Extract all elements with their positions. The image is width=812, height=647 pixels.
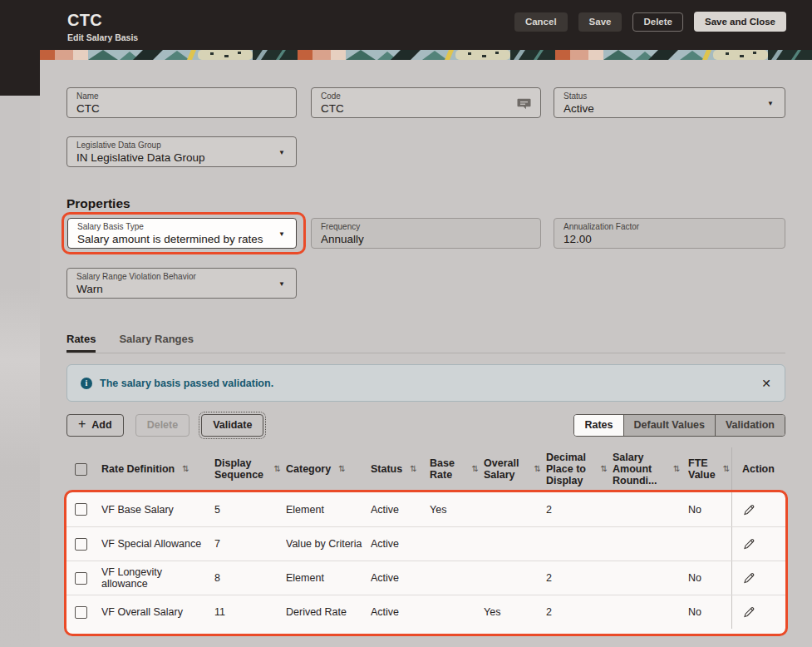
cell-overall-salary	[484, 527, 546, 561]
validation-banner: i The salary basis passed validation. ✕	[66, 364, 785, 402]
frequency-field: Frequency Annually	[311, 218, 541, 249]
sort-icon[interactable]: ⇅	[338, 463, 345, 475]
chevron-down-icon[interactable]: ▼	[767, 100, 774, 107]
annualization-factor-label: Annualization Factor	[563, 222, 775, 231]
rates-toolbar: + Add Delete Validate Rates Default Valu…	[66, 413, 785, 437]
table-row: VF Longevity allowance 8 Element Active …	[66, 561, 785, 595]
chevron-down-icon[interactable]: ▼	[278, 149, 285, 156]
status-select[interactable]: Status Active ▼	[554, 87, 785, 118]
cell-rate-definition: VF Longevity allowance	[101, 561, 214, 595]
column-header-base-rate[interactable]: Base Rate ⇅	[430, 447, 484, 491]
frequency-label: Frequency	[321, 222, 531, 231]
column-header-status[interactable]: Status ⇅	[371, 447, 430, 491]
code-field[interactable]: Code CTC	[311, 87, 541, 118]
cell-display-sequence: 8	[214, 561, 286, 595]
column-header-rate-definition[interactable]: Rate Definition ⇅	[101, 447, 214, 491]
row-checkbox[interactable]	[75, 503, 87, 516]
cell-rounding	[613, 527, 688, 561]
cell-status: Active	[371, 595, 430, 629]
edit-row-button[interactable]	[731, 595, 785, 629]
save-and-close-button[interactable]: Save and Close	[694, 12, 786, 32]
edit-row-button[interactable]	[731, 492, 785, 526]
name-field[interactable]: Name CTC	[66, 87, 297, 118]
status-label: Status	[563, 91, 775, 101]
checkbox-icon[interactable]	[75, 463, 87, 476]
edit-pencil-icon	[742, 537, 755, 551]
edit-pencil-icon	[742, 605, 755, 619]
sort-icon[interactable]: ⇅	[182, 463, 189, 475]
sort-icon[interactable]: ⇅	[601, 463, 608, 475]
legislative-data-group-select[interactable]: Legislative Data Group IN Legislative Da…	[66, 136, 297, 167]
cell-status: Active	[371, 492, 430, 526]
row-checkbox[interactable]	[75, 606, 87, 619]
close-icon[interactable]: ✕	[761, 377, 771, 390]
column-header-fte-value[interactable]: FTE Value ⇅	[688, 447, 731, 491]
column-header-action: Action	[731, 447, 785, 491]
view-default-values-button[interactable]: Default Values	[623, 415, 715, 436]
sort-icon[interactable]: ⇅	[723, 463, 730, 475]
chevron-down-icon[interactable]: ▼	[278, 280, 285, 288]
row-checkbox[interactable]	[75, 538, 87, 551]
edit-pencil-icon	[742, 571, 755, 585]
salary-basis-type-label: Salary Basis Type	[77, 222, 287, 231]
view-rates-button[interactable]: Rates	[574, 415, 623, 436]
name-label: Name	[76, 91, 287, 101]
app-header: CTC Edit Salary Basis Cancel Save Delete…	[0, 0, 812, 50]
tab-rates[interactable]: Rates	[66, 333, 96, 353]
add-button[interactable]: + Add	[66, 414, 124, 437]
cell-base-rate	[430, 595, 484, 629]
comment-icon[interactable]	[517, 98, 531, 110]
status-value: Active	[563, 101, 775, 116]
cell-overall-salary	[484, 492, 546, 526]
sort-icon[interactable]: ⇅	[274, 463, 281, 475]
info-icon: i	[81, 378, 92, 389]
rates-table-body: VF Base Salary 5 Element Active Yes 2 No…	[66, 492, 785, 635]
delete-button[interactable]: Delete	[632, 12, 683, 32]
salary-basis-type-select[interactable]: Salary Basis Type Salary amount is deter…	[67, 218, 297, 249]
table-header: Rate Definition ⇅ Display Sequence ⇅ Cat…	[66, 447, 785, 491]
cell-category: Element	[286, 492, 371, 526]
table-row: VF Special Allowance 7 Value by Criteria…	[66, 526, 785, 561]
delete-rows-button: Delete	[135, 414, 190, 437]
chevron-down-icon[interactable]: ▼	[278, 230, 285, 238]
column-header-salary-amount-rounding[interactable]: Salary Amount Roundi... ⇅	[613, 447, 688, 491]
cell-rate-definition: VF Overall Salary	[101, 595, 214, 629]
sort-icon[interactable]: ⇅	[472, 463, 479, 475]
sort-icon[interactable]: ⇅	[410, 463, 416, 475]
cancel-button[interactable]: Cancel	[514, 12, 568, 32]
ldg-value: IN Legislative Data Group	[76, 151, 287, 165]
column-header-display-sequence[interactable]: Display Sequence ⇅	[214, 447, 286, 491]
cell-display-sequence: 7	[214, 527, 286, 561]
srvb-value: Warn	[76, 282, 287, 296]
properties-heading: Properties	[66, 196, 130, 211]
edit-row-button[interactable]	[731, 527, 785, 561]
cell-decimal-place: 2	[546, 492, 613, 526]
tab-salary-ranges[interactable]: Salary Ranges	[119, 333, 194, 353]
add-button-label: Add	[91, 419, 111, 431]
row-checkbox[interactable]	[75, 572, 87, 585]
column-header-decimal-place[interactable]: Decimal Place to Display ⇅	[546, 447, 613, 491]
view-validation-button[interactable]: Validation	[715, 415, 785, 436]
salary-range-violation-behavior-select[interactable]: Salary Range Violation Behavior Warn ▼	[66, 268, 297, 299]
banner-message: The salary basis passed validation.	[100, 378, 273, 389]
sort-icon[interactable]: ⇅	[673, 463, 680, 475]
code-value: CTC	[321, 101, 531, 116]
annualization-factor-value: 12.00	[563, 232, 775, 246]
cell-display-sequence: 11	[214, 595, 286, 629]
column-header-overall-salary[interactable]: Overall Salary ⇅	[484, 447, 546, 491]
cell-fte-value	[688, 527, 731, 561]
column-header-category[interactable]: Category ⇅	[286, 447, 371, 491]
table-row: VF Base Salary 5 Element Active Yes 2 No	[66, 492, 785, 526]
tab-bar: Rates Salary Ranges	[66, 333, 194, 353]
cell-decimal-place: 2	[546, 595, 613, 629]
cell-rate-definition: VF Base Salary	[101, 492, 214, 526]
frequency-value: Annually	[321, 232, 531, 246]
cell-fte-value: No	[688, 561, 731, 595]
page-subtitle: Edit Salary Basis	[67, 32, 138, 42]
select-all-checkbox[interactable]	[66, 447, 101, 491]
sort-icon[interactable]: ⇅	[534, 463, 541, 475]
save-button[interactable]: Save	[578, 12, 623, 32]
header-actions: Cancel Save Delete Save and Close	[514, 12, 786, 32]
validate-button[interactable]: Validate	[201, 414, 263, 437]
edit-row-button[interactable]	[731, 561, 785, 595]
